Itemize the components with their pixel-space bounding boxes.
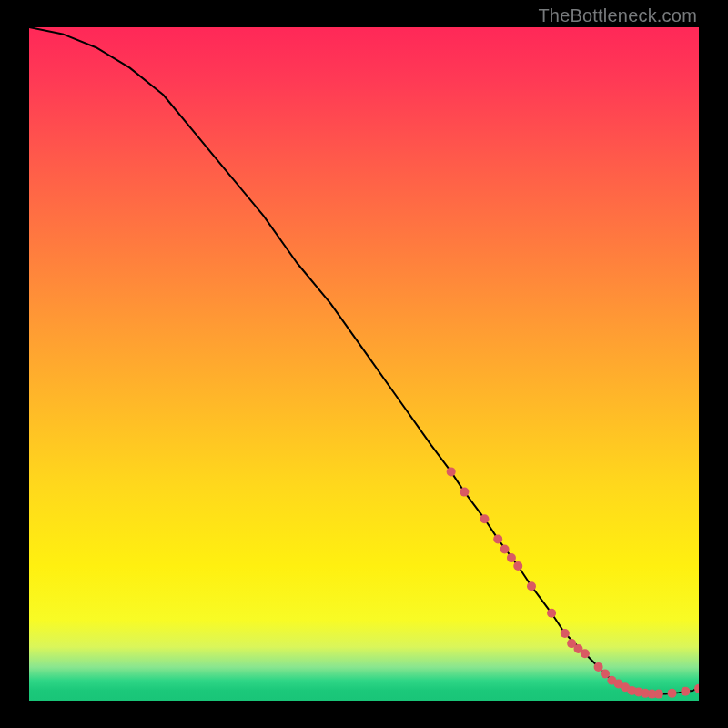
data-marker xyxy=(507,553,516,562)
data-marker xyxy=(694,684,699,693)
data-marker xyxy=(480,514,489,523)
plot-area xyxy=(29,27,699,701)
watermark-text: TheBottleneck.com xyxy=(538,5,697,26)
data-marker xyxy=(513,561,522,571)
marker-layer xyxy=(447,467,699,698)
data-marker xyxy=(601,669,610,678)
data-marker xyxy=(447,467,456,476)
data-marker xyxy=(460,488,469,497)
data-marker xyxy=(493,534,502,543)
data-marker xyxy=(547,609,556,618)
data-marker xyxy=(527,581,536,591)
data-marker xyxy=(681,687,690,696)
data-marker xyxy=(500,545,510,554)
data-marker xyxy=(654,690,663,699)
chart-stage: TheBottleneck.com xyxy=(0,0,728,728)
chart-svg xyxy=(29,27,699,701)
data-marker xyxy=(581,649,590,658)
data-marker xyxy=(561,629,570,638)
data-marker xyxy=(668,689,677,698)
data-marker xyxy=(594,662,603,672)
main-curve xyxy=(29,27,699,694)
